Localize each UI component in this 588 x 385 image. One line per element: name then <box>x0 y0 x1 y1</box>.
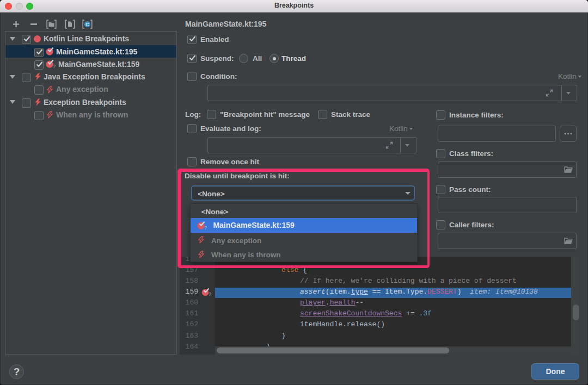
svg-text:C: C <box>85 21 89 27</box>
svg-text:?: ? <box>53 64 56 69</box>
svg-text:?: ? <box>209 291 211 297</box>
